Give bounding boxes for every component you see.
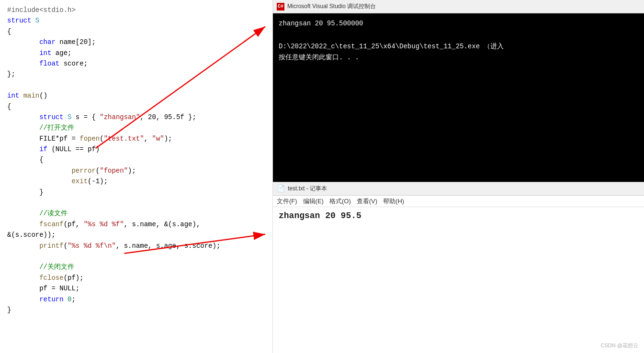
notepad-window: 📄 test.txt - 记事本 文件(F) 编辑(E) 格式(O) 查看(V)… <box>273 182 644 353</box>
menu-edit[interactable]: 编辑(E) <box>303 197 324 206</box>
console-body: zhangsan 20 95.500000 D:\2022\2022_c\tes… <box>273 13 644 182</box>
console-window: C# Microsoft Visual Studio 调试控制台 zhangsa… <box>273 0 644 182</box>
notepad-icon: 📄 <box>277 185 285 193</box>
console-output-line2 <box>279 30 638 41</box>
notepad-titlebar: 📄 test.txt - 记事本 <box>273 182 644 196</box>
menu-help[interactable]: 帮助(H) <box>383 197 404 206</box>
csdn-watermark: CSDN @花想云 <box>601 342 638 349</box>
vs-icon: C# <box>277 3 284 11</box>
menu-file[interactable]: 文件(F) <box>277 197 297 206</box>
code-content: #include<stdio.h> struct S { char name[2… <box>7 5 265 315</box>
notepad-title: test.txt - 记事本 <box>288 185 327 193</box>
notepad-text: zhangsan 20 95.5 <box>279 211 362 221</box>
right-panel: C# Microsoft Visual Studio 调试控制台 zhangsa… <box>273 0 644 353</box>
console-titlebar: C# Microsoft Visual Studio 调试控制台 <box>273 0 644 13</box>
notepad-menubar: 文件(F) 编辑(E) 格式(O) 查看(V) 帮助(H) <box>273 196 644 207</box>
console-output-line1: zhangsan 20 95.500000 <box>279 18 638 30</box>
notepad-content: zhangsan 20 95.5 <box>273 207 644 353</box>
code-editor-panel: #include<stdio.h> struct S { char name[2… <box>0 0 273 353</box>
console-output-line4: 按任意键关闭此窗口. . . <box>279 52 638 64</box>
console-title: Microsoft Visual Studio 调试控制台 <box>287 2 376 11</box>
console-output-line3: D:\2022\2022_c\test_11_25\x64\Debug\test… <box>279 41 638 53</box>
menu-format[interactable]: 格式(O) <box>329 197 351 206</box>
menu-view[interactable]: 查看(V) <box>357 197 377 206</box>
